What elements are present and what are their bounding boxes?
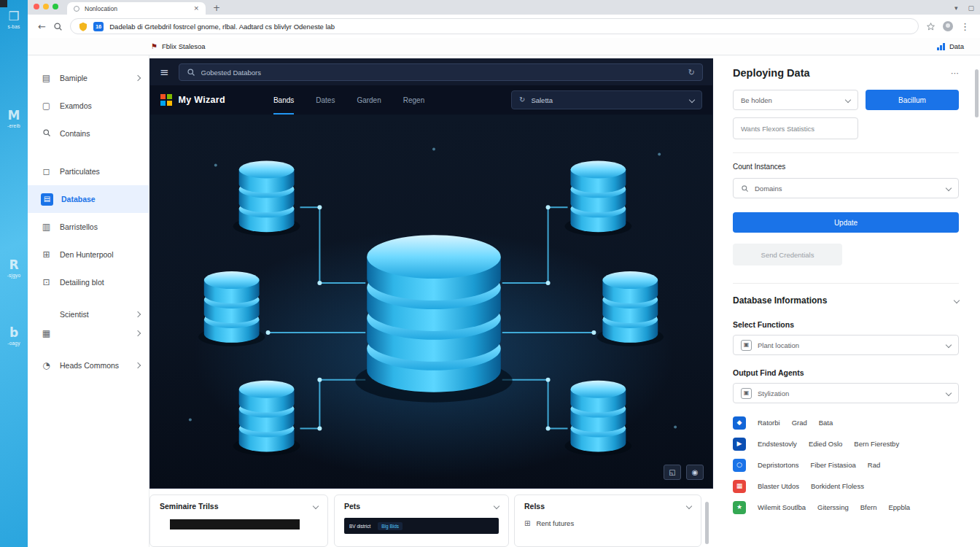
update-button[interactable]: Update [733,212,959,233]
flag-icon: ⚑ [151,43,158,50]
module-icon: ▣ [741,388,752,399]
close-window-button[interactable] [34,4,39,9]
desktop-icon[interactable]: ❒ s-bas [0,10,28,29]
bookmark-star-icon[interactable] [926,22,936,31]
tab-close-icon[interactable]: × [193,5,199,12]
chevron-right-icon [135,330,141,336]
tab-dates[interactable]: Dates [316,85,335,115]
panel-toolbar: ≡ ↻ [150,59,712,85]
chevron-right-icon [135,75,141,81]
new-tab-button[interactable]: + [213,4,220,15]
stats-input[interactable] [733,117,858,139]
chevron-down-icon[interactable] [313,503,319,509]
chart-bars-icon [937,43,945,50]
screenshot-icon[interactable]: ◉ [686,465,704,480]
tab-search-icon[interactable]: ▾ [954,5,958,12]
chevron-down-icon [946,390,952,396]
list-item[interactable]: ▶ Endstestovly Edied Oslo Bern Fierestby [733,433,959,454]
agent-icon: ◆ [733,416,746,430]
pets-thumbnail[interactable]: BV district Blg Bids [344,518,499,534]
sidebar-item-examdos[interactable]: ▢ Examdos [28,92,149,120]
table-icon: ▥ [41,222,52,231]
relss-item[interactable]: ⊞ Rent futures [524,519,691,527]
page-link[interactable]: ⚑ Fblix Stalesoa [151,42,206,50]
data-link[interactable]: Data [937,42,964,50]
app-sidebar: ▤ Bamiple ▢ Examdos Contains ◻ Particula… [28,55,149,547]
output-select[interactable]: ▣ Stylization [733,383,959,403]
tab-garden[interactable]: Garden [357,85,381,115]
bacillum-button[interactable]: Bacillum [866,90,959,110]
brand-logo-icon [160,94,172,106]
sidebar-item-detailing-blot[interactable]: ⊡ Detailing blot [28,268,149,296]
count-instances-label: Count Instances [733,163,959,171]
view-selector[interactable]: ↻ Saletta [511,90,702,109]
list-item[interactable]: ▦ Blaster Utdos Borkident Floless [733,476,959,497]
window-controls [34,0,58,15]
list-item[interactable]: ○ Depristortons Fiber Fistasioa Rad [733,454,959,476]
chevron-down-icon [954,298,960,303]
tab-title: Nonlocation [85,5,188,12]
chevron-down-icon [845,97,851,103]
profile-avatar[interactable] [943,21,953,31]
sidebar-item-contains[interactable]: Contains [28,120,149,147]
agent-icon: ○ [733,459,746,472]
tab-strip: Nonlocation × + ▾ ▢ [28,0,980,15]
select-function-label: Select Functions [733,320,959,329]
maximize-window-button[interactable] [52,4,58,9]
send-credentials-button[interactable]: Send Credentials [733,244,842,265]
database-illustration: ◱ ◉ [150,115,712,488]
sidebar-item-den-hunterpool[interactable]: ⊞ Den Hunterpool [28,241,149,268]
agent-icon: ★ [733,501,746,514]
sidebar-item-particulates[interactable]: ◻ Particulates [28,158,149,185]
tab-regen[interactable]: Regen [403,85,424,115]
function-select[interactable]: ▣ Plant location [733,335,959,355]
minimize-window-button[interactable] [43,4,49,9]
browser-menu-icon[interactable]: ⋮ [960,22,970,31]
card-title: Relss [524,502,545,511]
database-panel: ≡ ↻ My Wizard Bands D [149,58,713,489]
search-icon[interactable] [53,22,63,31]
database-icon: ▤ [41,193,53,206]
export-doc-icon: ⊞ [41,250,52,259]
list-item[interactable]: ★ Wilemit Soutlba Giterssing Bfern Eppbl… [733,497,959,518]
more-options-icon[interactable]: ⋯ [951,69,959,77]
right-panel: Deploying Data ⋯ Be holden Bacillum Coun… [720,55,980,547]
sidebar-item-grid[interactable]: ▦ [28,324,149,343]
sidebar-item-database[interactable]: ▤ Database [28,185,149,213]
list-item[interactable]: ◆ Ratorbi Grad Bata [733,412,959,433]
right-panel-scrollbar[interactable] [975,69,979,117]
sidebar-item-bamiple[interactable]: ▤ Bamiple [28,64,149,92]
browser-tab[interactable]: Nonlocation × [67,2,206,15]
app-icon: b [0,327,28,339]
domain-select[interactable]: Domains [733,178,959,198]
panel-search[interactable]: ↻ [179,63,703,81]
module-icon: ▣ [741,340,752,351]
url-field[interactable]: 16 Dadelab di Grtebdril fostrcel gnome, … [70,18,919,34]
chevron-down-icon[interactable] [686,503,692,509]
desktop-icon[interactable]: M -ereib [0,109,28,128]
doc-plus-icon: ⊡ [41,278,52,287]
content-scrollbar[interactable] [705,502,709,544]
chevron-down-icon [689,97,695,103]
desktop-icon[interactable]: b -oagy [0,327,28,346]
tab-bands[interactable]: Bands [273,85,294,115]
panel-search-input[interactable] [201,69,682,77]
window-restore-icon[interactable]: ▢ [968,5,974,12]
community-icon: ◔ [41,361,52,370]
type-select[interactable]: Be holden [733,90,858,110]
right-panel-title: Deploying Data [733,67,810,79]
chevron-down-icon[interactable] [494,503,499,509]
back-icon[interactable]: ← [38,22,46,31]
sidebar-item-scientist[interactable]: Scientist [28,305,149,324]
search-icon [741,185,749,193]
chevron-right-icon [135,311,141,317]
sidebar-item-heads-commons[interactable]: ◔ Heads Commons [28,352,149,379]
output-agents-label: Output Find Agents [733,368,959,377]
menu-icon[interactable]: ≡ [160,67,169,78]
seminaire-thumbnail [170,519,300,529]
resize-icon[interactable]: ◱ [664,465,681,480]
refresh-icon[interactable]: ↻ [688,69,695,77]
database-information-section[interactable]: Database Informations [733,295,959,306]
sidebar-item-barristellos[interactable]: ▥ Barristellos [28,213,149,241]
desktop-icon[interactable]: R -sjgyo [0,259,28,278]
